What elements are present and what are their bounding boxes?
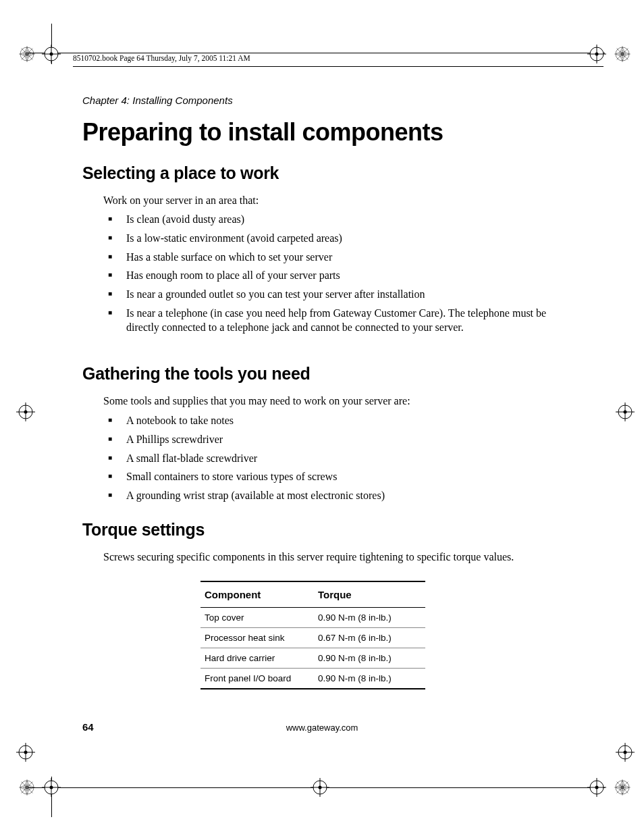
list-item: Small containers to store various types … xyxy=(110,470,560,484)
cell-component: Front panel I/O board xyxy=(200,669,314,689)
crosshair-icon xyxy=(616,743,635,762)
crosshair-icon xyxy=(311,778,329,797)
cell-component: Hard drive carrier xyxy=(200,648,314,669)
section1-intro: Work on your server in an area that: xyxy=(103,193,556,208)
table-header-component: Component xyxy=(200,581,314,608)
list-item: A grounding wrist strap (available at mo… xyxy=(110,489,560,503)
crosshair-icon xyxy=(587,778,606,797)
torque-table: Component Torque Top cover 0.90 N-m (8 i… xyxy=(200,581,425,689)
crosshair-icon xyxy=(42,778,61,797)
list-item: Has enough room to place all of your ser… xyxy=(110,269,560,283)
list-item: Is clean (avoid dusty areas) xyxy=(110,213,560,227)
crop-line xyxy=(28,53,605,53)
section3-intro: Screws securing specific components in t… xyxy=(103,550,556,565)
section-heading-gathering: Gathering the tools you need xyxy=(82,364,310,384)
list-item: Is near a telephone (in case you need he… xyxy=(110,307,560,335)
header-rule xyxy=(73,66,603,67)
crosshair-icon xyxy=(16,743,35,762)
registration-mark-icon xyxy=(19,46,35,62)
list-item: Is a low-static environment (avoid carpe… xyxy=(110,232,560,246)
crosshair-icon xyxy=(616,402,635,421)
registration-mark-icon xyxy=(614,779,630,796)
section1-bullets: Is clean (avoid dusty areas) Is a low-st… xyxy=(110,213,560,340)
crosshair-icon xyxy=(42,45,61,63)
list-item: Is near a grounded outlet so you can tes… xyxy=(110,288,560,302)
cell-torque: 0.90 N-m (8 in-lb.) xyxy=(314,669,425,689)
cell-torque: 0.90 N-m (8 in-lb.) xyxy=(314,648,425,669)
section2-bullets: A notebook to take notes A Phillips scre… xyxy=(110,414,560,508)
section2-intro: Some tools and supplies that you may nee… xyxy=(103,394,556,409)
section-heading-selecting: Selecting a place to work xyxy=(82,163,279,183)
list-item: A notebook to take notes xyxy=(110,414,560,428)
table-row: Processor heat sink 0.67 N-m (6 in-lb.) xyxy=(200,628,425,648)
chapter-label: Chapter 4: Installing Components xyxy=(82,95,233,106)
header-text: 8510702.book Page 64 Thursday, July 7, 2… xyxy=(73,54,250,62)
list-item: A small flat-blade screwdriver xyxy=(110,452,560,466)
crosshair-icon xyxy=(587,45,606,63)
registration-mark-icon xyxy=(614,46,630,62)
crosshair-icon xyxy=(16,402,35,421)
list-item: Has a stable surface on which to set you… xyxy=(110,251,560,265)
table-row: Hard drive carrier 0.90 N-m (8 in-lb.) xyxy=(200,648,425,669)
cell-torque: 0.67 N-m (6 in-lb.) xyxy=(314,628,425,648)
page-title: Preparing to install components xyxy=(82,118,444,147)
footer-url: www.gateway.com xyxy=(0,723,644,733)
section-heading-torque: Torque settings xyxy=(82,520,205,540)
table-header-torque: Torque xyxy=(314,581,425,608)
cell-component: Processor heat sink xyxy=(200,628,314,648)
cell-component: Top cover xyxy=(200,608,314,628)
cell-torque: 0.90 N-m (8 in-lb.) xyxy=(314,608,425,628)
table-row: Top cover 0.90 N-m (8 in-lb.) xyxy=(200,608,425,628)
table-row: Front panel I/O board 0.90 N-m (8 in-lb.… xyxy=(200,669,425,689)
list-item: A Phillips screwdriver xyxy=(110,433,560,447)
